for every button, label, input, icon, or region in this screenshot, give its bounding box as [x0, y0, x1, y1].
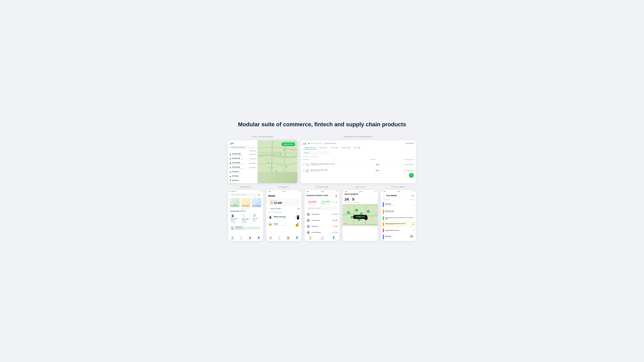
inventory-movement-link[interactable]: 📊 Inventory movement — [324, 143, 336, 144]
receivables-row: ↓ Rs 9,860 Receivables ↑ Rs 4,230 Payabl… — [304, 198, 340, 206]
tour-info: K1-Tour-345 Last online 20mins ago — [232, 166, 248, 169]
nav-cart-label: Cart — [278, 239, 280, 240]
row-checkbox[interactable] — [303, 164, 304, 165]
banner-label: New Launches — [231, 205, 238, 206]
commerce-search-bar[interactable]: 🔍 Search for anything 🔔 — [230, 193, 262, 197]
tour-driver-name: Zuhan Naveed — [249, 163, 256, 164]
stores-list-button[interactable]: STORES LIST — [353, 215, 368, 219]
cart-icon: 🛒 — [278, 236, 280, 239]
mobile-load-service[interactable]: 📱 Mobile LoadNEW Add more to your busine… — [266, 214, 301, 221]
tour-item[interactable]: K1-Tour-876 Last online 2hours ago Zuhan… — [230, 161, 256, 166]
receivables-amount: Rs 9,860 — [309, 201, 316, 203]
banner-winter-delights[interactable]: 🍜 Winter Delights — [252, 198, 262, 207]
add-button[interactable]: + — [409, 173, 414, 178]
tour-item[interactable]: K1-Tour-8... Last online 2ho... — [230, 170, 256, 174]
time-display: 22:30 — [283, 191, 286, 192]
barcode-scanner-button[interactable]: ⊞ — [409, 234, 414, 239]
filter-icon[interactable]: ☰ — [336, 201, 338, 204]
svg-text:ASKARI: ASKARI — [264, 159, 268, 160]
nav-account[interactable]: 👤 Account — [254, 236, 263, 240]
commerce-banners: 🌿 New Launches 🥛 Olper's Week 🍜 Winter D… — [228, 198, 263, 207]
pending-count: 24 — [344, 197, 350, 202]
inventory-management-link[interactable]: 📦 Inventory management — [308, 143, 322, 144]
nav-browse-label: Browse — [230, 239, 234, 240]
tab-staging[interactable]: Staging 1K — [318, 146, 329, 149]
product-card[interactable]: 🥤 Coca-Cola Pack x... Rs. 70... — [252, 213, 262, 224]
tour-item[interactable]: K2-Tour-8... — [230, 179, 256, 182]
fulfillment-label: FULFILLMENT — [381, 186, 416, 188]
fleet-sidebar: بازار Aslam Khan K1-Tour-1234 Last onlin… — [228, 140, 258, 183]
item-name: Fine Aata — [385, 203, 394, 205]
svg-text:DHA PHASE-1: DHA PHASE-1 — [278, 165, 283, 166]
accounting-search[interactable]: 🔍 Search customer — [306, 206, 338, 210]
col-sku-name: SKU NAME — [303, 159, 358, 160]
tour-item[interactable]: K2-Tour-543 Last online 2hours ago Junai… — [230, 157, 256, 161]
topup-label: Topup your wallet — [270, 208, 281, 209]
payments-section: ▲ ■ 22:30 🔋 Wallet Available coins 🟡 10,… — [266, 190, 301, 241]
tour-id: K1-Tour-1234 — [232, 153, 248, 155]
banner-olpers-week[interactable]: 🥛 Olper's Week — [241, 198, 250, 207]
signal-icon: ▲ ■ — [383, 191, 385, 192]
nav-account[interactable]: 👤 Account — [292, 236, 301, 240]
promo-icon: 🎡 — [231, 226, 234, 230]
warehouse-search-input[interactable] — [303, 151, 330, 155]
tour-item[interactable]: K1-Tour-1234 Last online 20mins ago Abba… — [230, 152, 256, 157]
map-pin — [280, 153, 281, 155]
wallet-services-label: WALLET SERVICES — [266, 212, 301, 213]
mobile-load-icon: 📱 — [268, 215, 272, 220]
col-quantity: QUANTITY — [358, 159, 377, 160]
customer-row[interactable]: 👤 Aunty Munawar Rs 7,789 — [304, 230, 340, 236]
tour-item[interactable]: K2-Tour-8... — [230, 182, 256, 183]
product-sub: Carton of 12 Units — [310, 171, 362, 172]
tab-return[interactable]: Return 1K — [329, 146, 340, 149]
fleet-panel: بازار Aslam Khan K1-Tour-1234 Last onlin… — [228, 140, 297, 183]
tour-id: K1-Tour-345 — [232, 166, 248, 168]
nav-browse[interactable]: 🏠 Browse — [266, 236, 275, 240]
map-pin — [283, 149, 285, 151]
customer-row[interactable]: 👤 Shaukat bhai Rs 2,050 — [304, 211, 340, 217]
nav-cart[interactable]: 🛒 Cart — [237, 236, 246, 240]
topup-button[interactable]: ＋ Topup your wallet ⊡ — [268, 207, 300, 210]
customer-amount: Rs 6,400 — [332, 220, 338, 221]
product-category: Khulia Masala — [379, 170, 414, 171]
nav-wallet[interactable]: 👛 Wallet — [246, 236, 254, 240]
banner-emoji: 🥛 — [245, 204, 246, 205]
credit-service[interactable]: 💳 Credit Pending Limit: Rs. 45,500 💰 — [266, 221, 301, 228]
store-name: MUQQADAS GENERAL STORE — [306, 195, 328, 196]
plus-icon: ＋ — [268, 208, 270, 210]
sab-samaan-label: SAB SAMAAN — [235, 226, 260, 228]
tour-item[interactable]: K2-Tour-9... Last online 2h... — [230, 174, 256, 179]
back-button[interactable]: ← — [383, 194, 385, 197]
tab-damages[interactable]: Damages 9K — [340, 146, 352, 149]
service-info: Mobile LoadNEW Add more to your business… — [274, 216, 294, 219]
product-card[interactable]: 🛢️ Mezan Canola Oil 1 Litre Carton Rs. 1… — [230, 213, 240, 224]
nav-cashbook[interactable]: 📊 Cashbook — [316, 236, 328, 240]
product-card[interactable]: 🥛 Olper's Cream 200 ml Carton (24 pcs) R… — [241, 213, 250, 224]
fleet-search-input[interactable] — [230, 146, 256, 149]
item-name: Vatika Shampoo Black Shine 200 ml — [385, 223, 412, 224]
nav-wallet[interactable]: 👛 Wallet — [284, 236, 292, 240]
more-options-icon[interactable]: ⋯ — [374, 193, 376, 196]
nav-browse[interactable]: 🏠 Browse — [228, 236, 237, 240]
banner-new-launches[interactable]: 🌿 New Launches — [230, 198, 240, 207]
tab-scrap[interactable]: Scrap 9K — [352, 146, 362, 149]
item-name: Siena Soap Moisturizing Shea Butter and … — [385, 217, 413, 220]
battery-icon: 🔋 — [374, 191, 376, 192]
khata-icon: 📒 — [309, 236, 312, 239]
item-sub: Items: 35 Marked: 0 — [385, 205, 394, 206]
tab-storage-area[interactable]: Storage Area 9K — [303, 146, 317, 149]
search-order-button[interactable]: Search Order — [282, 142, 295, 146]
map-pin — [268, 162, 270, 164]
tour-id: Tour 1-21-192-5289 — [344, 195, 358, 196]
nav-account[interactable]: 👤 Account — [328, 236, 340, 240]
wallet-coins-card: Available coins 🟡 10,400 › — [268, 198, 300, 206]
customer-row[interactable]: 👤 Sabir Bhai Rs 200 — [304, 224, 340, 230]
nav-cart[interactable]: 🛒 Cart — [275, 236, 284, 240]
sort-icon[interactable]: ⇅ — [333, 201, 335, 204]
nav-khata[interactable]: 📒 Khata — [304, 236, 316, 240]
customer-row[interactable]: 👤 Raju Sikandar Rs 6,400 — [304, 217, 340, 224]
row-checkbox[interactable] — [303, 170, 304, 171]
tour-item[interactable]: K1-Tour-345 Last online 20mins ago Rana … — [230, 166, 256, 170]
search-icon[interactable]: 🔍 — [411, 194, 414, 197]
tour-id: K2-Tour-8... — [232, 180, 255, 181]
